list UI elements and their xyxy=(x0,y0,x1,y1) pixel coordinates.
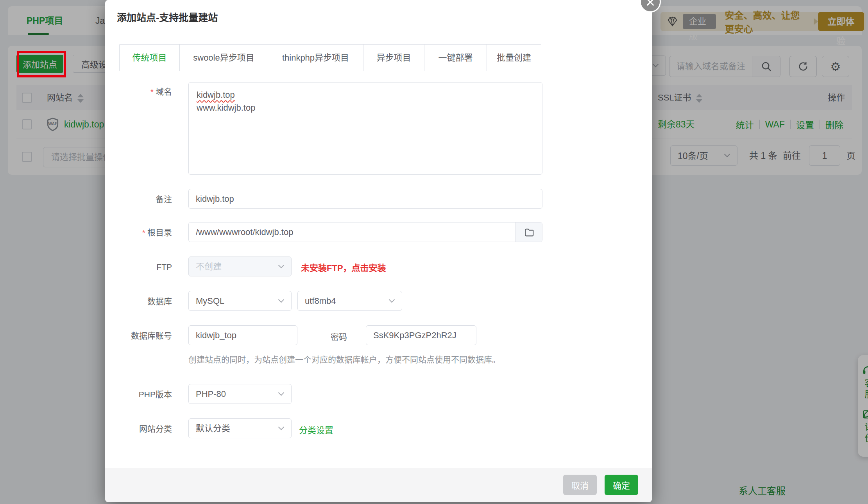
domain-line-1: kidwjb.top xyxy=(197,90,235,100)
root-dir-input[interactable] xyxy=(189,222,515,242)
site-category-select[interactable]: 默认分类 xyxy=(188,418,292,438)
add-site-dialog: 添加站点-支持批量建站 传统项目 swoole异步项目 thinkphp异步项目… xyxy=(105,0,652,502)
domain-line-2: www.kidwjb.top xyxy=(197,103,255,113)
ftp-install-warning-link[interactable]: 未安装FTP，点击安装 xyxy=(301,261,386,273)
db-password-input[interactable] xyxy=(366,326,476,345)
dialog-footer: 取消 确定 xyxy=(105,468,652,502)
tab-batch-create[interactable]: 批量创建 xyxy=(487,45,541,71)
chevron-down-icon xyxy=(278,389,285,396)
required-mark: * xyxy=(142,228,145,237)
chevron-down-icon xyxy=(278,296,285,303)
root-dir-label: *根目录 xyxy=(109,228,172,238)
root-dir-field-wrap xyxy=(188,222,542,242)
note-field-wrap xyxy=(188,189,542,209)
php-version-select[interactable]: PHP-80 xyxy=(188,384,292,404)
ftp-label: FTP xyxy=(109,262,172,272)
annotation-highlight-box xyxy=(17,51,66,77)
note-label: 备注 xyxy=(109,194,172,204)
db-password-field-wrap xyxy=(366,325,476,345)
db-engine-select[interactable]: MySQL xyxy=(188,291,292,311)
site-category-label: 网站分类 xyxy=(109,424,172,434)
cancel-button[interactable]: 取消 xyxy=(563,475,597,495)
chevron-down-icon xyxy=(278,424,285,430)
tab-swoole-async[interactable]: swoole异步项目 xyxy=(180,45,268,71)
php-version-label: PHP版本 xyxy=(109,389,172,400)
dialog-title: 添加站点-支持批量建站 xyxy=(117,10,218,24)
domain-label: *域名 xyxy=(109,87,172,97)
db-account-input[interactable] xyxy=(189,326,297,345)
note-input[interactable] xyxy=(189,189,542,208)
db-password-label: 密码 xyxy=(331,330,347,342)
project-type-tabs: 传统项目 swoole异步项目 thinkphp异步项目 异步项目 一键部署 批… xyxy=(119,44,541,71)
tab-traditional-project[interactable]: 传统项目 xyxy=(120,45,180,71)
domain-textarea[interactable]: kidwjb.top www.kidwjb.top xyxy=(188,82,542,175)
category-settings-link[interactable]: 分类设置 xyxy=(299,423,333,436)
database-label: 数据库 xyxy=(109,296,172,307)
db-charset-select[interactable]: utf8mb4 xyxy=(297,291,402,311)
ftp-select[interactable]: 不创建 xyxy=(188,256,292,276)
dialog-header: 添加站点-支持批量建站 xyxy=(105,0,652,31)
folder-icon xyxy=(524,227,535,238)
tab-async-project[interactable]: 异步项目 xyxy=(363,45,424,71)
tab-one-click-deploy[interactable]: 一键部署 xyxy=(424,45,487,71)
chevron-down-icon xyxy=(278,262,285,268)
browse-folder-button[interactable] xyxy=(515,222,542,242)
confirm-button[interactable]: 确定 xyxy=(605,475,638,495)
tab-thinkphp-async[interactable]: thinkphp异步项目 xyxy=(268,45,363,71)
chevron-down-icon xyxy=(389,296,395,303)
db-account-label: 数据库账号 xyxy=(109,331,172,341)
required-mark: * xyxy=(150,87,154,96)
db-account-field-wrap xyxy=(188,325,297,345)
app-window: PHP项目 Java 企业版 安全、高效、让您更安心 立即体验 添加站点 高级设 xyxy=(0,0,868,504)
db-account-hint: 创建站点的同时，为站点创建一个对应的数据库帐户，方便不同站点使用不同数据库。 xyxy=(188,353,556,365)
